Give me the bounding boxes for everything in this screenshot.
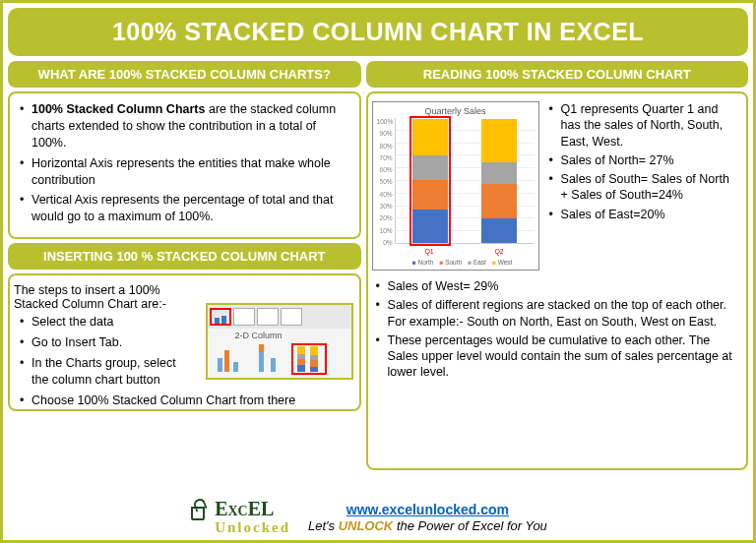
ytick: 70% (377, 154, 393, 161)
ytick: 30% (377, 203, 393, 210)
xtick-q2: Q2 (494, 248, 503, 255)
def-bullet-3: Vertical Axis represents the percentage … (18, 192, 351, 225)
tag-post: the Power of Excel for You (393, 518, 547, 533)
ytick: 0% (377, 239, 393, 246)
read-r1: Q1 represents Quarter 1 and has the sale… (547, 101, 738, 150)
stacked-100-column-icon (294, 346, 324, 372)
seg-q1-west (412, 119, 448, 155)
quarterly-sales-chart: Quarterly Sales 100% 90% 80% 70% 60% 50%… (372, 101, 539, 271)
section-header-reading: READING 100% STACKED COLUMN CHART (366, 61, 748, 88)
read-r2: Sales of North= 27% (547, 152, 738, 168)
def-bold: 100% Stacked Column Charts (32, 102, 205, 116)
chart-x-axis: Q1 Q2 (395, 248, 535, 255)
bar-q1 (412, 119, 448, 243)
read-b3: These percentages would be cumulative to… (374, 332, 738, 381)
ribbon-icon (233, 308, 255, 326)
ytick: 60% (377, 166, 393, 173)
seg-q1-north (412, 210, 448, 243)
ribbon-icon (257, 308, 279, 326)
padlock-icon (191, 507, 205, 520)
column-chart-button-icon (210, 308, 231, 326)
chart-legend: North South East West (391, 259, 535, 266)
tagline: Let's UNLOCK the Power of Excel for You (308, 518, 547, 533)
seg-q1-south (412, 180, 448, 210)
seg-q2-west (481, 119, 517, 162)
chart-title: Quarterly Sales (377, 106, 535, 116)
step-2: Go to Insert Tab. (18, 334, 189, 351)
logo-unlocked: Unlocked (215, 519, 290, 535)
step-1: Select the data (18, 314, 189, 331)
step-4: Choose 100% Stacked Column Chart from th… (18, 392, 351, 409)
page-title: 100% STACKED COLUMN CHART IN EXCEL (8, 8, 748, 56)
ytick: 50% (377, 178, 393, 185)
ribbon-2d-column-label: 2-D Column (235, 331, 283, 340)
legend-west: West (492, 259, 512, 266)
stacked-column-icon (255, 346, 284, 372)
read-b2: Sales of different regions are stacked o… (374, 297, 738, 330)
seg-q2-south (481, 184, 517, 218)
seg-q2-north (481, 218, 517, 243)
website-link[interactable]: www.excelunlocked.com (346, 502, 509, 517)
ytick: 40% (377, 191, 393, 198)
chart-y-axis: 100% 90% 80% 70% 60% 50% 40% 30% 20% 10% (377, 118, 395, 246)
read-r4: Sales of East=20% (547, 207, 738, 222)
tag-unlock: UNLOCK (339, 518, 394, 533)
seg-q2-east (481, 162, 517, 183)
inserting-box: The steps to insert a 100% Stacked Colum… (8, 273, 361, 411)
xtick-q1: Q1 (424, 248, 433, 255)
steps-intro: The steps to insert a 100% Stacked Colum… (14, 283, 189, 311)
def-bullet-2: Horizontal Axis represents the entities … (18, 155, 351, 189)
excel-ribbon-screenshot: 2-D Column (206, 303, 353, 380)
legend-south: South (439, 259, 462, 266)
excel-unlocked-logo: EXCEL Unlocked (209, 501, 290, 534)
footer: EXCEL Unlocked www.excelunlocked.com Let… (3, 501, 753, 534)
chart-plot (395, 118, 535, 244)
ytick: 10% (377, 227, 393, 234)
definition-box: 100% Stacked Column Charts are the stack… (8, 91, 361, 239)
ytick: 100% (377, 118, 393, 125)
read-b1: Sales of West= 29% (374, 278, 738, 294)
section-header-inserting: INSERTING 100 % STACKED COLUMN CHART (8, 243, 361, 270)
def-bullet-1: 100% Stacked Column Charts are the stack… (18, 101, 351, 151)
section-header-definition: WHAT ARE 100% STACKED COLUMN CHARTS? (8, 61, 361, 88)
seg-q1-east (412, 155, 448, 180)
clustered-column-icon (216, 346, 245, 372)
bar-q2 (481, 119, 517, 243)
ytick: 90% (377, 130, 393, 137)
logo-center-c: C (238, 504, 248, 518)
step-3: In the Charts group, select the column c… (18, 355, 189, 389)
tag-pre: Let's (308, 518, 339, 533)
legend-north: North (412, 259, 434, 266)
reading-box: Quarterly Sales 100% 90% 80% 70% 60% 50%… (366, 91, 748, 470)
ytick: 20% (377, 214, 393, 221)
read-r3: Sales of South= Sales of North + Sales o… (547, 171, 738, 204)
legend-east: East (468, 259, 486, 266)
ribbon-icon (281, 308, 302, 326)
ytick: 80% (377, 143, 393, 150)
